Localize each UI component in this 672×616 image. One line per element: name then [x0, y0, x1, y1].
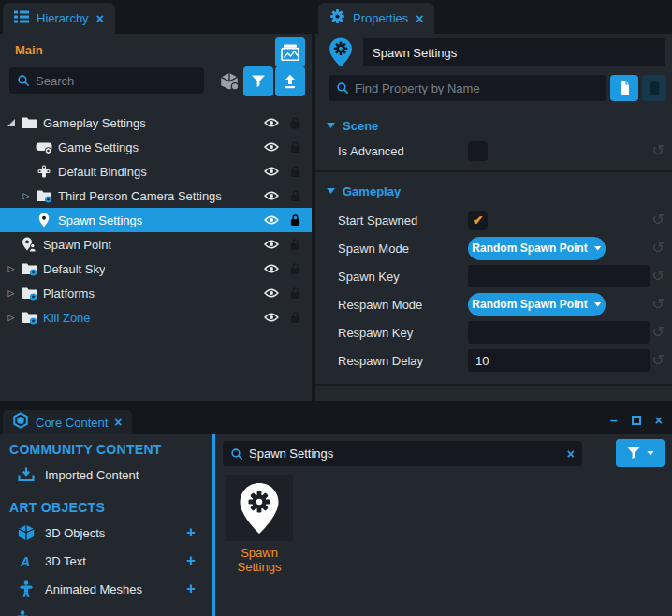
expander-collapsed-icon[interactable]: ▷ — [4, 264, 19, 273]
spawn-key-input[interactable] — [468, 265, 650, 287]
scene-name-label: Main — [15, 43, 43, 57]
section-divider — [315, 384, 672, 386]
sidebar-item-3d-objects[interactable]: 3D Objects + — [0, 519, 212, 547]
object-name-input[interactable] — [363, 38, 665, 66]
lock-icon[interactable] — [284, 311, 306, 324]
visibility-eye-icon[interactable] — [259, 190, 284, 201]
property-label: Spawn Mode — [338, 242, 468, 256]
group-objects-icon[interactable] — [217, 70, 241, 93]
content-filter-button[interactable] — [616, 439, 665, 467]
core-content-tab-bar: Core Content × – × — [0, 408, 672, 434]
folder-gear-icon — [34, 189, 54, 203]
tree-item-spawn-settings-selected[interactable]: Spawn Settings — [0, 208, 312, 232]
lock-icon[interactable] — [284, 189, 306, 202]
close-icon[interactable]: × — [655, 414, 663, 427]
respawn-key-input[interactable] — [468, 321, 650, 344]
find-property-box[interactable] — [329, 75, 606, 101]
visibility-eye-icon[interactable] — [259, 141, 284, 153]
expander-collapsed-icon[interactable]: ▷ — [4, 288, 19, 298]
lock-icon[interactable] — [284, 140, 306, 154]
visibility-eye-icon[interactable] — [259, 239, 284, 250]
property-row-spawn-mode: Spawn Mode Random Spawn Point ↺ — [315, 234, 672, 262]
paste-properties-button[interactable] — [642, 75, 666, 101]
spawn-pin-icon — [34, 213, 54, 227]
hierarchy-search-box[interactable] — [9, 67, 204, 94]
tab-hierarchy-close-icon[interactable]: × — [96, 12, 104, 25]
tree-item-default-bindings[interactable]: Default Bindings — [0, 159, 312, 183]
reset-icon[interactable]: ↺ — [652, 213, 665, 227]
tab-hierarchy[interactable]: Hierarchy × — [3, 3, 115, 34]
reset-icon[interactable]: ↺ — [652, 353, 665, 368]
sidebar-item-3d-text[interactable]: A 3D Text + — [0, 547, 212, 575]
visibility-eye-icon[interactable] — [259, 214, 284, 226]
tree-item-label: Kill Zone — [43, 311, 91, 325]
section-gameplay[interactable]: Gameplay — [315, 180, 672, 202]
visibility-eye-icon[interactable] — [259, 287, 284, 299]
tree-item-default-sky[interactable]: ▷ Default Sky — [0, 257, 312, 281]
sidebar-item-label: Animated Meshes — [45, 582, 142, 596]
add-icon[interactable]: + — [186, 579, 196, 598]
hierarchy-search-input[interactable] — [36, 74, 197, 88]
expander-collapsed-icon[interactable]: ▷ — [4, 313, 19, 322]
add-icon[interactable]: + — [186, 523, 196, 542]
tab-core-content[interactable]: Core Content × — [3, 410, 132, 434]
sidebar-item-imported-content[interactable]: Imported Content — [0, 461, 212, 489]
reset-icon[interactable]: ↺ — [652, 269, 665, 284]
tab-properties-close-icon[interactable]: × — [416, 12, 423, 25]
visibility-eye-icon[interactable] — [259, 312, 284, 323]
cube-icon — [16, 524, 37, 541]
tree-item-game-settings[interactable]: Game Settings — [0, 135, 312, 159]
tree-item-third-person-camera-settings[interactable]: ▷ Third Person Camera Settings — [0, 183, 312, 208]
lock-icon[interactable] — [284, 262, 306, 275]
copy-properties-button[interactable] — [610, 75, 638, 101]
clear-search-icon[interactable]: × — [567, 447, 575, 462]
spawn-mode-dropdown[interactable]: Random Spawn Point — [468, 237, 606, 260]
maximize-icon[interactable] — [632, 416, 641, 425]
is-advanced-checkbox[interactable] — [468, 141, 488, 161]
tab-properties[interactable]: Properties × — [318, 3, 434, 34]
respawn-mode-dropdown[interactable]: Random Spawn Point — [468, 293, 606, 316]
expander-expanded-icon[interactable] — [4, 119, 19, 126]
folder-icon — [19, 116, 39, 129]
reset-icon[interactable]: ↺ — [652, 241, 665, 256]
spawn-settings-pin-gear-icon — [239, 482, 280, 535]
property-row-respawn-delay: Respawn Delay ↺ — [315, 346, 672, 374]
level-thumbnail-button[interactable] — [275, 37, 305, 67]
tab-core-content-close-icon[interactable]: × — [114, 416, 122, 429]
core-content-results-area: × Spawn Settings — [215, 434, 672, 616]
start-spawned-checkbox[interactable]: ✔ — [468, 211, 488, 230]
tree-item-label: Spawn Settings — [58, 213, 142, 227]
lock-icon[interactable] — [284, 165, 306, 178]
reset-icon[interactable]: ↺ — [652, 297, 665, 312]
lock-icon[interactable] — [284, 286, 306, 300]
result-tile-label: Spawn Settings — [220, 546, 299, 574]
chevron-down-icon — [647, 451, 654, 456]
tree-item-gameplay-settings[interactable]: Gameplay Settings — [0, 110, 312, 135]
expander-collapsed-icon[interactable]: ▷ — [19, 191, 34, 200]
lock-icon[interactable] — [284, 116, 306, 129]
section-scene[interactable]: Scene — [315, 114, 672, 137]
result-tile-spawn-settings[interactable] — [226, 475, 293, 541]
find-property-input[interactable] — [355, 81, 599, 95]
visibility-eye-icon[interactable] — [259, 166, 284, 177]
respawn-delay-input[interactable] — [468, 349, 650, 372]
tree-item-kill-zone[interactable]: ▷ Kill Zone — [0, 305, 312, 330]
tree-item-spawn-point[interactable]: Spawn Point — [0, 232, 312, 257]
hierarchy-filter-button[interactable] — [243, 66, 273, 96]
reset-icon[interactable]: ↺ — [652, 143, 665, 158]
hierarchy-upload-button[interactable] — [275, 66, 305, 96]
visibility-eye-icon[interactable] — [259, 117, 284, 128]
content-search-box[interactable]: × — [223, 441, 582, 466]
tree-item-platforms[interactable]: ▷ Platforms — [0, 281, 312, 305]
add-icon[interactable]: + — [186, 551, 196, 570]
content-search-input[interactable] — [249, 447, 562, 461]
visibility-eye-icon[interactable] — [259, 263, 284, 274]
tab-properties-label: Properties — [353, 11, 408, 25]
lock-icon[interactable] — [284, 238, 306, 251]
lock-icon[interactable] — [284, 213, 306, 227]
object-name-row — [315, 37, 672, 75]
minimize-icon[interactable]: – — [610, 414, 618, 427]
reset-icon[interactable]: ↺ — [652, 325, 665, 340]
sidebar-item-animated-meshes[interactable]: Animated Meshes + — [0, 575, 212, 603]
spawn-point-icon — [19, 237, 39, 252]
